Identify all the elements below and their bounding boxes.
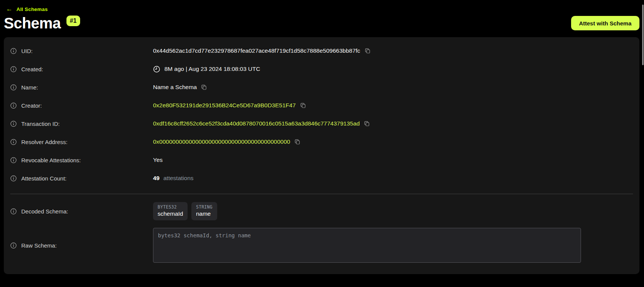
detail-label-cell: Transaction ID: bbox=[10, 121, 153, 127]
schema-number-badge: #1 bbox=[66, 16, 80, 26]
detail-label-cell: UID: bbox=[10, 48, 153, 54]
detail-value-link[interactable]: 0x00000000000000000000000000000000000000… bbox=[153, 138, 290, 145]
schema-details-card: UID: 0x44d562ac1d7cd77e232978687fea027ac… bbox=[4, 37, 639, 274]
detail-label-cell: Decoded Schema: bbox=[10, 208, 153, 215]
page-title: Schema bbox=[4, 14, 61, 32]
back-link-label: All Schemas bbox=[16, 6, 48, 12]
detail-label-cell: Creator: bbox=[10, 102, 153, 109]
attest-with-schema-button[interactable]: Attest with Schema bbox=[571, 16, 639, 30]
scrollbar-thumb[interactable] bbox=[642, 5, 644, 65]
detail-label-cell: Resolver Address: bbox=[10, 139, 153, 145]
detail-value: 8M ago | Aug 23 2024 18:08:03 UTC bbox=[164, 66, 260, 72]
copy-icon[interactable] bbox=[294, 139, 300, 145]
raw-schema-row: Raw Schema: bytes32 schemaId, string nam… bbox=[10, 228, 633, 263]
detail-row: Name: Name a Schema bbox=[10, 78, 633, 96]
info-icon bbox=[10, 208, 17, 215]
info-icon bbox=[10, 102, 17, 109]
detail-value-cell: 0x44d562ac1d7cd77e232978687fea027ace48f7… bbox=[153, 47, 371, 54]
copy-icon[interactable] bbox=[201, 84, 207, 90]
detail-label: UID: bbox=[21, 48, 33, 54]
detail-row: Created: 8M ago | Aug 23 2024 18:08:03 U… bbox=[10, 60, 633, 78]
attestations-link[interactable]: attestations bbox=[163, 175, 193, 182]
clock-icon bbox=[153, 66, 160, 73]
decoded-schema-row: Decoded Schema: BYTES32schemaIdSTRINGnam… bbox=[10, 199, 633, 223]
decoded-schema-fields: BYTES32schemaIdSTRINGname bbox=[153, 202, 217, 220]
copy-icon[interactable] bbox=[300, 102, 306, 108]
info-icon bbox=[10, 48, 17, 54]
schema-field-type: BYTES32 bbox=[158, 204, 183, 210]
detail-value: Name a Schema bbox=[153, 84, 197, 91]
detail-value-link[interactable]: 0xdf16c8cff2652c6ce52f3cda40d0878070016c… bbox=[153, 120, 360, 127]
detail-label: Attestation Count: bbox=[21, 175, 66, 182]
detail-value-cell: 8M ago | Aug 23 2024 18:08:03 UTC bbox=[153, 66, 260, 73]
detail-value-cell: 0x2e80F532191de291536B24Ce5D67a9B0D3E51F… bbox=[153, 102, 306, 109]
detail-value: 0x44d562ac1d7cd77e232978687fea027ace48f7… bbox=[153, 47, 360, 54]
detail-label-cell: Attestation Count: bbox=[10, 175, 153, 182]
detail-value: Yes bbox=[153, 157, 163, 163]
detail-row: Attestation Count: 49attestations bbox=[10, 169, 633, 187]
detail-row: UID: 0x44d562ac1d7cd77e232978687fea027ac… bbox=[10, 42, 633, 60]
copy-icon[interactable] bbox=[364, 121, 370, 127]
detail-label: Transaction ID: bbox=[21, 121, 60, 127]
detail-value-cell: Name a Schema bbox=[153, 84, 207, 91]
detail-row: Resolver Address: 0x00000000000000000000… bbox=[10, 133, 633, 151]
detail-label-cell: Created: bbox=[10, 66, 153, 72]
detail-value-link[interactable]: 0x2e80F532191de291536B24Ce5D67a9B0D3E51F… bbox=[153, 102, 296, 109]
schema-page: ← All Schemas Schema #1 Attest with Sche… bbox=[0, 0, 644, 274]
detail-row: Revocable Attestations: Yes bbox=[10, 151, 633, 169]
detail-label-cell: Raw Schema: bbox=[10, 242, 153, 249]
detail-row: Transaction ID: 0xdf16c8cff2652c6ce52f3c… bbox=[10, 114, 633, 133]
detail-label: Name: bbox=[21, 84, 38, 91]
detail-value-cell: 0x00000000000000000000000000000000000000… bbox=[153, 138, 300, 145]
header-row: Schema #1 Attest with Schema bbox=[0, 13, 644, 37]
detail-value-cell: Yes bbox=[153, 157, 163, 163]
raw-schema-value-cell: bytes32 schemaId, string name bbox=[153, 228, 581, 263]
info-icon bbox=[10, 84, 17, 91]
attestation-count: 49 bbox=[153, 175, 159, 182]
detail-value-cell: 49attestations bbox=[153, 175, 194, 182]
back-row: ← All Schemas bbox=[0, 0, 644, 13]
detail-label-cell: Revocable Attestations: bbox=[10, 157, 153, 163]
back-arrow-icon: ← bbox=[6, 6, 13, 12]
detail-label: Created: bbox=[21, 66, 43, 72]
raw-schema-textarea[interactable]: bytes32 schemaId, string name bbox=[153, 228, 581, 263]
detail-label: Creator: bbox=[21, 102, 42, 109]
info-icon bbox=[10, 139, 17, 145]
section-divider bbox=[10, 194, 633, 194]
info-icon bbox=[10, 121, 17, 127]
detail-label: Resolver Address: bbox=[21, 139, 68, 145]
info-icon bbox=[10, 175, 17, 182]
schema-field-chip: BYTES32schemaId bbox=[153, 202, 188, 220]
detail-value-cell: 0xdf16c8cff2652c6ce52f3cda40d0878070016c… bbox=[153, 120, 370, 127]
back-link[interactable]: ← All Schemas bbox=[6, 6, 48, 13]
info-icon bbox=[10, 66, 17, 72]
copy-icon[interactable] bbox=[365, 48, 371, 54]
detail-row: Creator: 0x2e80F532191de291536B24Ce5D67a… bbox=[10, 96, 633, 114]
schema-field-name: name bbox=[196, 210, 213, 217]
detail-rows: UID: 0x44d562ac1d7cd77e232978687fea027ac… bbox=[10, 42, 633, 187]
detail-label: Revocable Attestations: bbox=[21, 157, 81, 163]
info-icon bbox=[10, 242, 17, 249]
detail-label: Decoded Schema: bbox=[21, 208, 68, 215]
schema-field-chip: STRINGname bbox=[191, 202, 217, 220]
schema-field-name: schemaId bbox=[158, 210, 183, 217]
detail-label-cell: Name: bbox=[10, 84, 153, 91]
info-icon bbox=[10, 157, 17, 163]
scrollbar[interactable] bbox=[641, 0, 644, 287]
detail-label: Raw Schema: bbox=[21, 242, 57, 249]
schema-field-type: STRING bbox=[196, 204, 213, 210]
